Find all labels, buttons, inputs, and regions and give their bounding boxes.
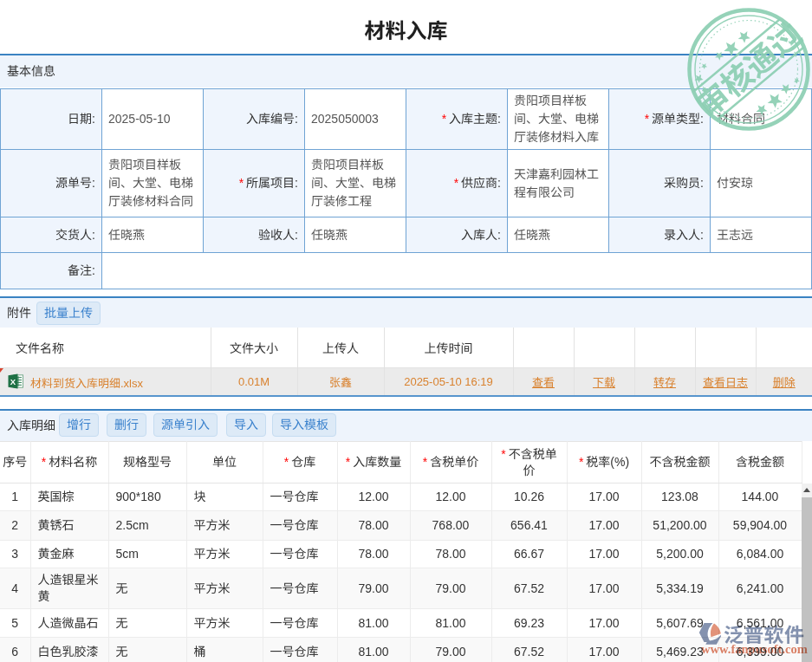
svg-text:审核通过: 审核通过 (691, 16, 809, 124)
svg-text:www.fanpusoft.com: www.fanpusoft.com (701, 642, 808, 656)
svg-text:X: X (10, 377, 16, 386)
